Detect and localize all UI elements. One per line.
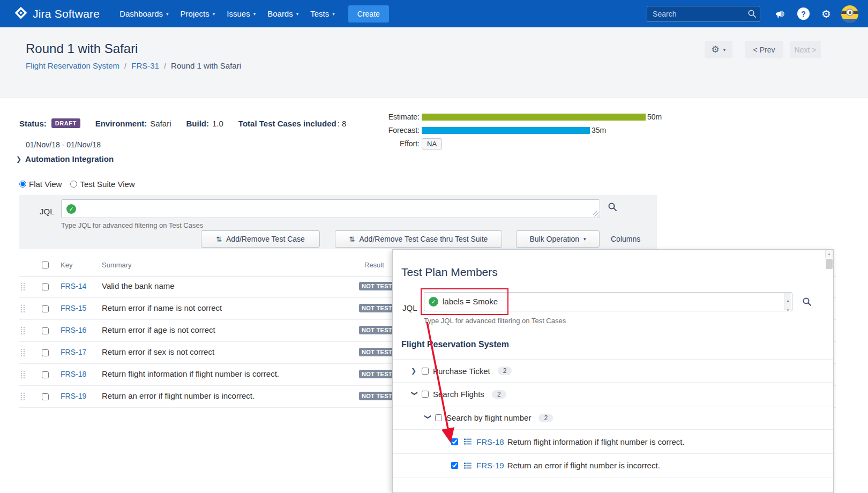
suite-checkbox[interactable] [422,368,429,375]
global-search [647,6,760,22]
case-checkbox[interactable] [451,438,458,445]
case-summary: Return flight information if flight numb… [507,437,685,446]
user-avatar[interactable] [841,5,858,23]
button-label: Bulk Operation [529,235,579,243]
build-label: Build: [186,119,209,128]
gear-icon[interactable]: ⚙ [821,9,831,19]
breadcrumb-current: Round 1 with Safari [171,61,241,70]
suite-checkbox[interactable] [435,414,442,421]
status-label: Status: [19,119,47,128]
forecast-label: Forecast: [375,126,420,135]
tree-case-row: FRS-19 Return an error if flight number … [393,453,833,477]
add-remove-thru-suite-button[interactable]: ⇅ Add/Remove Test Case thru Test Suite [335,230,502,248]
automation-integration-toggle[interactable]: ❯ Automation Integration [16,154,114,163]
row-checkbox[interactable] [42,305,49,312]
row-checkbox[interactable] [42,327,49,334]
dialog-jql-search-icon[interactable] [802,297,812,309]
row-checkbox[interactable] [42,349,49,356]
bulk-operation-button[interactable]: Bulk Operation ▾ [516,230,600,248]
next-button[interactable]: Next > [790,41,821,58]
drag-handle-icon[interactable] [20,392,25,403]
test-suite-view-radio[interactable] [70,181,77,188]
jira-logo-icon [14,6,28,22]
prev-button[interactable]: < Prev [745,41,783,58]
columns-button[interactable]: Columns [611,235,640,243]
nav-item-issues[interactable]: Issues▾ [221,0,261,27]
brand[interactable]: Jira Software [14,6,100,22]
breadcrumb: Flight Reservation System / FRS-31 / Rou… [26,61,241,70]
suite-checkbox[interactable] [422,391,429,398]
issue-key-link[interactable]: FRS-18 [61,370,86,378]
tree-suite-row: Search Flights 2 [393,382,833,406]
row-summary: Return flight information if flight numb… [102,369,279,378]
valid-check-icon [429,297,438,307]
jql-search-icon[interactable] [608,202,617,214]
chevron-down-icon[interactable] [411,391,418,398]
chevron-down-icon[interactable] [424,414,432,422]
tree-case-row: FRS-18 Return flight information if flig… [393,429,833,453]
select-all-checkbox[interactable] [42,262,49,268]
suite-count-badge: 2 [538,414,553,422]
chevron-right-icon: ❯ [16,155,21,163]
issue-key-link[interactable]: FRS-16 [61,326,86,334]
environment-value: Safari [150,119,171,128]
chevron-down-icon: ▾ [723,47,726,53]
row-checkbox[interactable] [42,283,49,290]
jql-input[interactable] [61,199,600,218]
flat-view-radio[interactable] [19,181,26,188]
feedback-megaphone-icon[interactable] [775,9,785,19]
view-switcher: Flat View Test Suite View [19,180,135,189]
button-label: Add/Remove Test Case [226,235,305,243]
test-suite-view-option[interactable]: Test Suite View [70,180,134,189]
help-icon[interactable]: ? [797,8,810,20]
search-input[interactable] [647,6,760,22]
divider [393,477,833,477]
field-scrollbar[interactable] [784,293,791,310]
page-title: Round 1 with Safari [26,41,138,56]
test-plan-members-dialog: Test Plan Members JQL labels = Smoke Typ… [392,249,834,493]
case-checkbox[interactable] [451,462,458,469]
chevron-right-icon[interactable] [411,367,422,375]
settings-dropdown-button[interactable]: ⚙▾ [705,41,732,58]
issue-key-link[interactable]: FRS-14 [61,282,86,290]
row-checkbox[interactable] [42,393,49,400]
row-summary: Return an error if flight number is inco… [102,391,255,400]
status-badge: DRAFT [51,118,80,128]
jql-filter-panel: JQL Type JQL for advanced filtering on T… [19,195,657,249]
scrollbar[interactable] [825,250,833,270]
resize-handle-icon[interactable] [593,211,598,216]
test-case-icon [463,437,472,446]
search-icon[interactable] [747,9,757,20]
page-header: Round 1 with Safari Flight Reservation S… [0,27,868,98]
drag-handle-icon[interactable] [20,282,25,293]
drag-handle-icon[interactable] [20,304,25,315]
drag-handle-icon[interactable] [20,326,25,337]
scroll-up-icon[interactable] [787,294,790,304]
breadcrumb-issue-link[interactable]: FRS-31 [131,61,159,70]
breadcrumb-project-link[interactable]: Flight Reservation System [26,61,119,70]
add-remove-test-case-button[interactable]: ⇅ Add/Remove Test Case [201,230,320,248]
drag-handle-icon[interactable] [20,348,25,359]
suite-count-badge: 2 [492,390,506,399]
chevron-down-icon: ▾ [253,11,256,17]
issue-key-link[interactable]: FRS-19 [61,392,86,400]
dialog-jql-input[interactable]: labels = Smoke [424,292,792,311]
issue-key-link[interactable]: FRS-19 [476,461,504,470]
issue-key-link[interactable]: FRS-15 [61,304,86,312]
dialog-jql-value: labels = Smoke [443,297,498,306]
row-checkbox[interactable] [42,371,49,378]
total-cases-value: : 8 [338,119,347,128]
scroll-down-icon[interactable] [787,304,790,313]
nav-item-label: Issues [227,9,250,18]
nav-item-projects[interactable]: Projects▾ [175,0,221,27]
nav-item-label: Boards [267,9,293,18]
flat-view-option[interactable]: Flat View [19,180,62,189]
drag-handle-icon[interactable] [20,370,25,381]
nav-item-dashboards[interactable]: Dashboards▾ [114,0,174,27]
issue-key-link[interactable]: FRS-17 [61,348,86,356]
nav-item-tests[interactable]: Tests▾ [304,0,341,27]
create-button[interactable]: Create [348,5,389,23]
nav-item-boards[interactable]: Boards▾ [261,0,304,27]
issue-key-link[interactable]: FRS-18 [476,437,504,446]
test-suite-view-label: Test Suite View [80,180,134,189]
